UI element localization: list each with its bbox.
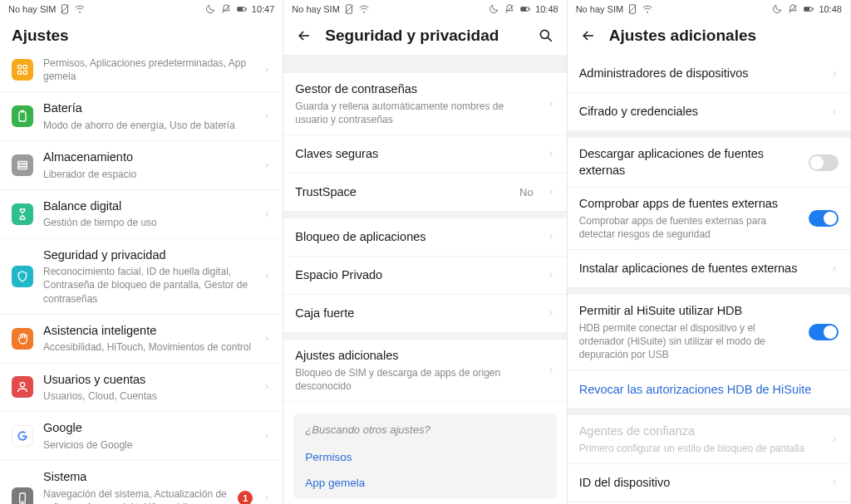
svg-point-30 (647, 12, 648, 13)
list-item[interactable]: BateríaModo de ahorro de energía, Uso de… (0, 92, 283, 141)
list-item[interactable]: GoogleServicios de Google (0, 412, 283, 461)
battery-icon (519, 3, 531, 15)
row-title: TrustSpace (295, 184, 509, 201)
search-button[interactable] (537, 27, 555, 45)
list-item[interactable]: Descargar aplicaciones de fuentes extern… (568, 138, 850, 188)
row-subtitle: Accesibilidad, HiTouch, Movimientos de c… (43, 340, 253, 354)
list-item[interactable]: Balance digitalGestión de tiempo de uso (0, 190, 283, 239)
sim-icon (627, 3, 638, 15)
toggle-switch[interactable] (809, 154, 839, 171)
chevron-right-icon (547, 148, 555, 159)
chevron-right-icon (830, 106, 839, 118)
statusbar: No hay SIM 10:47 (0, 0, 283, 18)
list-item[interactable]: Claves seguras (283, 135, 566, 174)
chevron-right-icon (547, 365, 555, 376)
svg-line-27 (548, 37, 552, 42)
list-item[interactable]: Administradores de dispositivos (568, 55, 850, 93)
row-title: Caja fuerte (295, 306, 536, 322)
row-value: No (519, 186, 534, 198)
row-title: Gestor de contraseñas (295, 81, 536, 98)
toggle-switch[interactable] (809, 210, 839, 227)
hint-link[interactable]: Permisos (305, 444, 544, 470)
header: Ajustes adicionales (568, 18, 850, 55)
page-title: Seguridad y privacidad (325, 27, 499, 45)
toggle-switch[interactable] (809, 324, 839, 340)
chevron-right-icon (830, 477, 839, 488)
no-sim-label: No hay SIM (576, 4, 623, 14)
chevron-right-icon (547, 98, 555, 110)
row-title: Revocar las autorizaciones HDB de HiSuit… (579, 383, 839, 396)
svg-rect-14 (18, 164, 27, 167)
list-item[interactable]: Comprobar apps de fuentes externasCompro… (568, 188, 850, 250)
chevron-right-icon (263, 271, 271, 282)
list-item[interactable]: Caja fuerte (283, 295, 566, 333)
row-title: Google (43, 420, 253, 437)
row-subtitle: Comprobar apps de fuentes externas para … (579, 214, 799, 241)
row-subtitle: Modo de ahorro de energía, Uso de baterí… (43, 119, 253, 132)
list-item[interactable]: Instalar aplicaciones de fuentes externa… (568, 250, 850, 288)
list-item[interactable]: AlmacenamientoLiberador de espacio (0, 141, 283, 190)
row-subtitle: Guarda y rellena automáticamente nombres… (295, 100, 536, 126)
row-title: Administradores de dispositivos (579, 66, 820, 82)
search-hint-box: ¿Buscando otros ajustes?PermisosApp geme… (293, 413, 556, 499)
list-item[interactable]: SistemaNavegación del sistema, Actualiza… (0, 461, 283, 504)
list-item[interactable]: Gestor de contraseñasGuarda y rellena au… (283, 73, 566, 135)
statusbar: No hay SIM 10:48 (568, 0, 850, 18)
chevron-right-icon (830, 433, 839, 445)
list-item[interactable]: Cifrado y credenciales (568, 93, 850, 131)
row-title: Ajustes adicionales (295, 348, 536, 365)
svg-rect-33 (804, 7, 809, 12)
row-title: Usuarios y cuentas (43, 372, 253, 389)
row-subtitle: Gestión de tiempo de uso (43, 216, 253, 229)
list-item[interactable]: Usuarios y cuentasUsuarios, Cloud, Cuent… (0, 364, 283, 413)
list-item[interactable]: ID del dispositivo (568, 464, 850, 502)
row-title: Cifrado y credenciales (579, 104, 820, 120)
list-item[interactable]: Permisos, Aplicaciones predeterminadas, … (0, 55, 283, 92)
row-title: Almacenamiento (43, 149, 253, 166)
clock-label: 10:47 (252, 4, 275, 14)
svg-rect-8 (23, 66, 27, 69)
clock-label: 10:48 (819, 4, 842, 14)
user-icon (12, 376, 33, 398)
row-title: Instalar aplicaciones de fuentes externa… (579, 261, 820, 277)
battery-icon (236, 3, 248, 15)
row-title: Espacio Privado (295, 267, 536, 284)
no-sim-label: No hay SIM (8, 4, 56, 14)
apps-icon (12, 59, 33, 81)
chevron-right-icon (547, 186, 555, 198)
back-button[interactable] (579, 27, 598, 45)
row-subtitle: Primero configurar un estilo de bloqueo … (579, 442, 820, 455)
security-list[interactable]: Gestor de contraseñasGuarda y rellena au… (283, 55, 566, 504)
back-button[interactable] (295, 27, 313, 45)
list-item[interactable]: Ajustes adicionalesBloqueo de SIM y desc… (283, 340, 566, 402)
row-title: Bloqueo de aplicaciones (295, 229, 536, 246)
hourglass-icon (12, 203, 33, 225)
hint-link[interactable]: App gemela (305, 470, 544, 496)
chevron-right-icon (263, 110, 271, 122)
list-item[interactable]: Espacio Privado (283, 257, 566, 295)
svg-point-2 (80, 12, 81, 13)
list-item[interactable]: TrustSpaceNo (283, 174, 566, 212)
chevron-right-icon (263, 333, 271, 345)
list-item[interactable]: Seguridad y privacidadReconocimiento fac… (0, 239, 283, 315)
storage-icon (12, 154, 33, 176)
hint-title: ¿Buscando otros ajustes? (305, 423, 544, 436)
list-item[interactable]: Asistencia inteligenteAccesibilidad, HiT… (0, 315, 283, 364)
row-subtitle: Usuarios, Cloud, Cuentas (43, 389, 253, 403)
additional-list[interactable]: Administradores de dispositivosCifrado y… (568, 55, 850, 504)
list-item[interactable]: Revocar las autorizaciones HDB de HiSuit… (568, 370, 850, 409)
row-subtitle: HDB permite conectar el dispositivo y el… (579, 321, 799, 362)
settings-list[interactable]: Permisos, Aplicaciones predeterminadas, … (0, 55, 283, 504)
silent-icon (787, 3, 799, 15)
row-title: Comprobar apps de fuentes externas (579, 196, 799, 213)
shield-icon (12, 266, 33, 287)
clock-label: 10:48 (535, 4, 558, 14)
battery-icon (12, 105, 33, 127)
svg-rect-34 (813, 8, 814, 10)
list-item[interactable]: Permitir al HiSuite utilizar HDBHDB perm… (568, 295, 850, 370)
list-item[interactable]: Bloqueo de aplicaciones (283, 218, 566, 257)
row-subtitle: Reconocimiento facial, ID de huella digi… (43, 265, 253, 306)
wifi-icon (642, 3, 653, 15)
svg-rect-25 (529, 8, 530, 10)
row-title: Permitir al HiSuite utilizar HDB (579, 303, 799, 320)
